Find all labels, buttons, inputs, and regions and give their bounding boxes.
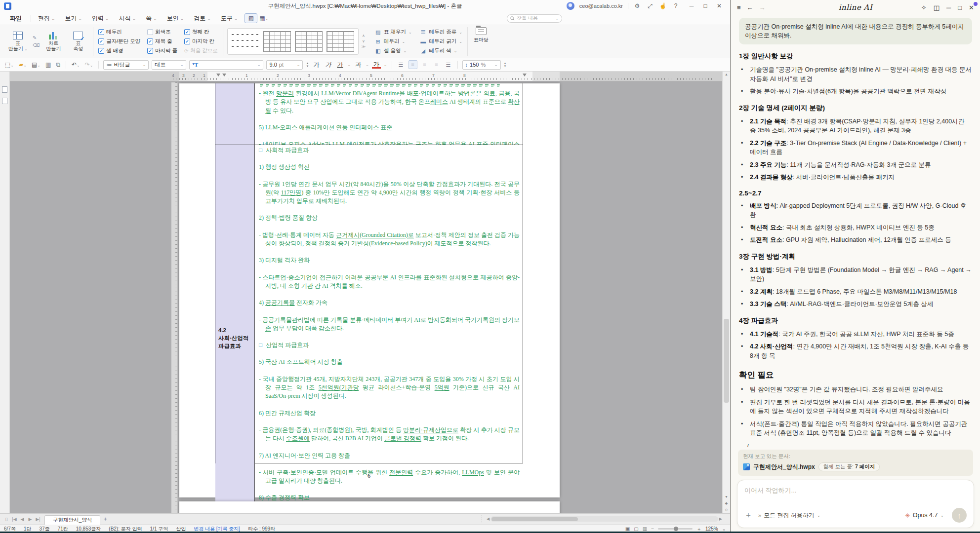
align-center-button[interactable]: ≡ <box>420 60 429 69</box>
redo-button[interactable]: ↷⌄ <box>84 61 94 68</box>
tool-테두리 굵기[interactable]: ▬테두리 굵기⌄ <box>420 38 462 45</box>
underline-button[interactable]: 가 <box>335 61 344 69</box>
preset-select[interactable]: 대표⌄ <box>152 60 186 70</box>
expand-icon[interactable]: ⤢ <box>646 2 654 9</box>
close-button[interactable]: ✕ <box>969 4 974 11</box>
italic-button[interactable]: 가 <box>324 61 332 69</box>
checkbox-box[interactable]: ✓ <box>98 48 104 54</box>
document-tab-active[interactable]: 구현제안서_양식 <box>44 515 100 525</box>
prev-page-icon[interactable]: ◆ <box>723 501 730 505</box>
gallery-expand-icon[interactable]: ≫ <box>362 45 366 49</box>
close-button[interactable]: ✕ <box>712 2 726 9</box>
zoom-out-icon[interactable]: − <box>651 526 654 532</box>
align-distribute-button[interactable]: ☰ <box>444 60 453 69</box>
checkbox-box[interactable]: ✓ <box>147 38 153 44</box>
sidebar-toggle-icon[interactable]: ▯ <box>3 517 10 522</box>
split-view-icon[interactable]: ▥ <box>643 526 647 532</box>
table-content-cell[interactable]: □ 사회적 파급효과1) 행정 생산성 혁신- 공무원 1인당 연간 문서 업무… <box>255 145 523 513</box>
table-style-thumbnail[interactable] <box>327 31 354 52</box>
margin-marker[interactable] <box>216 74 220 76</box>
table-style-thumbnail[interactable] <box>295 31 323 52</box>
font-size-input[interactable]: 9.0pt⌄ <box>266 60 303 70</box>
search-input[interactable]: 찾을 내용 ⌄ <box>507 14 562 23</box>
menu-쪽[interactable]: 쪽⌄ <box>143 13 160 23</box>
scroll-right-icon[interactable]: ▶ <box>719 517 722 521</box>
menu-도구[interactable]: 도구⌄ <box>218 13 241 23</box>
scrollbar-thumb[interactable] <box>724 319 729 403</box>
first-tab-icon[interactable]: |◀ <box>11 517 18 522</box>
hand-pointer-icon[interactable]: ☝ <box>659 2 667 9</box>
checkbox-제목 줄[interactable]: ✓제목 줄 <box>147 38 177 45</box>
checkbox-box[interactable]: ✓ <box>98 29 104 35</box>
back-icon[interactable]: ← <box>747 4 753 11</box>
zoom-level[interactable]: 125% <box>705 526 718 532</box>
menu-입력[interactable]: 입력⌄ <box>89 13 112 23</box>
composer-placeholder[interactable]: 이어서 작업하기... <box>744 486 967 495</box>
send-button[interactable]: ↑ <box>952 508 967 523</box>
checkbox-셀 배경[interactable]: ✓셀 배경 <box>98 47 140 54</box>
zoom-slider[interactable] <box>658 528 693 530</box>
chat-transcript[interactable]: 공공기관 On-premise 설치형 inline AI에 대한 내용으로 굉… <box>731 15 980 447</box>
hamburger-menu-icon[interactable]: ≡ <box>737 4 741 11</box>
page-view-icon[interactable]: ▣ <box>625 526 630 532</box>
table-tool-button[interactable]: ▦ ⌄ <box>257 13 270 23</box>
zoom-in-icon[interactable]: ＋ <box>696 526 701 533</box>
gallery-up-icon[interactable]: ∧ <box>362 34 366 38</box>
attach-button[interactable]: ＋ <box>744 510 753 521</box>
checkbox-첫째 칸[interactable]: ✓첫째 칸 <box>184 29 218 36</box>
checkbox-box[interactable]: ✓ <box>98 38 104 44</box>
table-row[interactable]: 4.2 사회·산업적 파급효과 □ 사회적 파급효과1) 행정 생산성 혁신- … <box>215 145 523 513</box>
menu-편집[interactable]: 편집⌄ <box>35 13 58 23</box>
note-icon[interactable] <box>2 98 7 104</box>
document-name[interactable]: 구현제안서_양식.hwpx <box>753 463 815 471</box>
document-page-6[interactable]: - 완전 망분리 환경에서 LLM/Vector DB/Agent Runtim… <box>179 83 560 497</box>
table-content-cell[interactable]: - 완전 망분리 환경에서 LLM/Vector DB/Agent Runtim… <box>255 83 523 145</box>
vertical-ruler[interactable] <box>171 82 178 513</box>
bold-button[interactable]: 가 <box>312 61 321 69</box>
table-madang-button[interactable]: 표마당 <box>468 27 494 56</box>
next-tab-icon[interactable]: ▶ <box>27 517 34 522</box>
document-table[interactable]: - 완전 망분리 환경에서 LLM/Vector DB/Agent Runtim… <box>215 83 523 463</box>
forward-icon[interactable]: → <box>759 4 766 11</box>
chevron-down-icon[interactable]: ⌄ <box>722 526 726 532</box>
tool-표 채우기[interactable]: ▨표 채우기⌄ <box>374 29 412 36</box>
next-page-icon[interactable]: ◇ <box>723 508 730 512</box>
font-select[interactable]: ᵀT⌄ <box>189 60 263 70</box>
edit-permission-dropdown[interactable]: » 모든 편집 허용하기 ⌄ <box>758 511 820 520</box>
help-icon[interactable]: ? <box>672 2 680 9</box>
menu-file[interactable]: 파일 <box>5 13 27 24</box>
settings-gear-icon[interactable]: ⚙ <box>633 2 641 9</box>
tool-테두리 종류[interactable]: ☰테두리 종류⌄ <box>420 29 462 36</box>
new-document-button[interactable]: ⬚⌄ <box>4 61 15 68</box>
document-page-7[interactable] <box>179 501 560 513</box>
last-tab-icon[interactable]: ▶| <box>35 517 41 522</box>
new-tab-button[interactable]: ＋ <box>100 515 110 523</box>
bookmark-icon[interactable] <box>2 86 7 93</box>
table-label-cell-42[interactable]: 4.2 사회·산업적 파급효과 <box>215 145 255 513</box>
open-button[interactable]: ▰⌄ <box>18 61 28 68</box>
vertical-scrollbar[interactable]: ▲ ▼ ◆ ◇ <box>722 72 730 513</box>
tool-셀 음영[interactable]: ◧셀 음영⌄ <box>374 47 412 54</box>
scrollbar-thumb[interactable] <box>491 517 578 521</box>
checkbox-글자/문단 모양[interactable]: ✓글자/문단 모양 <box>98 38 140 45</box>
maximize-button[interactable]: □ <box>698 2 712 9</box>
horizontal-ruler[interactable]: 432112345678 <box>10 72 722 81</box>
maximize-button[interactable]: □ <box>958 4 962 11</box>
scroll-up-icon[interactable]: ▲ <box>723 73 730 76</box>
prev-tab-icon[interactable]: ◀ <box>19 517 26 522</box>
scroll-left-icon[interactable]: ◀ <box>487 517 490 521</box>
full-view-icon[interactable]: ▢ <box>634 526 638 532</box>
tool-테두리 색[interactable]: ◢테두리 색⌄ <box>420 47 462 54</box>
pen-icon[interactable]: ✎ <box>33 35 40 40</box>
checkbox-box[interactable]: ✓ <box>184 38 190 44</box>
scroll-down-icon[interactable]: ▼ <box>723 495 730 498</box>
model-selector[interactable]: ✳ Opus 4.7 ⌄ <box>905 512 944 519</box>
align-right-button[interactable]: ≡ <box>432 60 441 69</box>
table-properties-button[interactable]: 표속성 <box>67 32 89 51</box>
create-table-button[interactable]: 표만들기 ⌄ <box>7 32 29 52</box>
table-style-thumbnail[interactable] <box>263 31 291 52</box>
table-style-thumbnail[interactable] <box>232 31 259 52</box>
margin-marker[interactable] <box>222 74 226 76</box>
menu-서식[interactable]: 서식⌄ <box>116 13 139 23</box>
menu-보안[interactable]: 보안⌄ <box>164 13 187 23</box>
